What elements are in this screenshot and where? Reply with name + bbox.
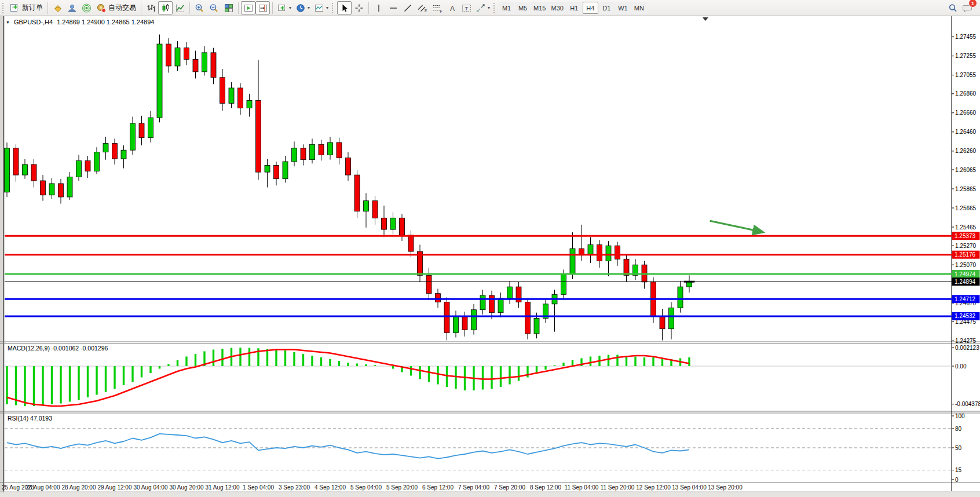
line-chart-icon bbox=[175, 3, 185, 13]
chart-collapse-icon[interactable]: ▼ bbox=[6, 20, 10, 24]
svg-text:A: A bbox=[450, 4, 455, 12]
time-label: 7 Sep 04:00 bbox=[458, 484, 489, 491]
candle-body bbox=[148, 118, 153, 138]
vertical-line-icon bbox=[375, 3, 383, 13]
auto-trading-label: 自动交易 bbox=[108, 3, 136, 13]
dropdown-caret-icon: ▾ bbox=[326, 5, 328, 10]
toolbar-separator bbox=[141, 2, 141, 14]
crosshair-button[interactable] bbox=[352, 1, 366, 14]
new-order-icon bbox=[10, 3, 20, 13]
axis-label: 1.26460 bbox=[955, 129, 977, 135]
equidistant-channel-button[interactable]: E bbox=[415, 1, 430, 14]
candle-body bbox=[436, 294, 441, 302]
candle-body bbox=[112, 144, 118, 159]
candle-body bbox=[597, 245, 602, 261]
time-label: 29 Aug 12:00 bbox=[98, 484, 132, 491]
zoom-out-button[interactable] bbox=[207, 1, 221, 14]
time-axis[interactable]: 25 Aug 202328 Aug 04:0028 Aug 20:0029 Au… bbox=[2, 484, 743, 491]
shapes-button[interactable]: ▾ bbox=[474, 1, 492, 14]
candle-body bbox=[5, 148, 10, 192]
tile-windows-button[interactable] bbox=[221, 1, 236, 14]
toolbar-grip[interactable] bbox=[493, 3, 496, 13]
community-button[interactable] bbox=[65, 1, 79, 14]
notifications-button[interactable]: 1 bbox=[960, 1, 975, 14]
candle-body bbox=[13, 148, 19, 175]
signals-button[interactable] bbox=[79, 1, 94, 14]
timeframe-W1[interactable]: W1 bbox=[615, 2, 631, 14]
candle-body bbox=[624, 259, 629, 275]
periods-button[interactable]: ▾ bbox=[294, 1, 312, 14]
candle-body bbox=[76, 160, 82, 177]
candle-body bbox=[220, 78, 225, 104]
candle-body bbox=[121, 150, 126, 159]
signals-icon bbox=[82, 3, 92, 13]
arrows-shapes-icon bbox=[476, 3, 485, 13]
time-label: 1 Sep 04:00 bbox=[243, 484, 274, 491]
candle-body bbox=[23, 165, 28, 175]
time-label: 8 Sep 12:00 bbox=[530, 484, 561, 491]
timeframe-MN[interactable]: MN bbox=[631, 2, 647, 14]
new-order-button[interactable]: 新订单 bbox=[8, 1, 45, 14]
candle-body bbox=[49, 184, 54, 195]
text-a-icon: A bbox=[448, 3, 456, 13]
timeframe-M30[interactable]: M30 bbox=[548, 2, 565, 14]
candle-body bbox=[292, 148, 297, 162]
candle-body bbox=[615, 246, 620, 259]
toolbar-separator bbox=[272, 2, 273, 14]
timeframe-M1[interactable]: M1 bbox=[499, 2, 514, 14]
horizontal-line-button[interactable] bbox=[386, 1, 400, 14]
axis-label: 0.00 bbox=[955, 363, 967, 370]
timeframe-H1[interactable]: H1 bbox=[566, 2, 582, 14]
candle-body bbox=[570, 248, 575, 275]
search-icon bbox=[948, 3, 958, 13]
text-label-button[interactable]: T bbox=[459, 1, 474, 14]
window-bottom-edge bbox=[0, 492, 980, 497]
bar-chart-button[interactable] bbox=[144, 1, 158, 14]
cursor-button[interactable] bbox=[337, 1, 352, 14]
chart-background bbox=[0, 16, 980, 497]
auto-scroll-button[interactable] bbox=[241, 1, 255, 14]
chart-header[interactable]: ▼ GBPUSD-,H4 1.24869 1.24900 1.24865 1.2… bbox=[6, 19, 154, 25]
auto-scroll-icon bbox=[244, 3, 253, 13]
channel-icon: E bbox=[417, 3, 427, 13]
candle-body bbox=[310, 144, 315, 159]
timeframe-M5[interactable]: M5 bbox=[515, 2, 531, 14]
text-button[interactable]: A bbox=[445, 1, 459, 14]
axis-label: 1.27055 bbox=[955, 72, 977, 78]
toolbar-separator bbox=[238, 2, 239, 14]
indicators-button[interactable]: ▾ bbox=[275, 1, 294, 14]
timeframe-M15[interactable]: M15 bbox=[531, 2, 548, 14]
candle-body bbox=[85, 160, 90, 171]
templates-button[interactable]: ▾ bbox=[312, 1, 331, 14]
trendline-button[interactable] bbox=[400, 1, 415, 14]
timeframe-D1[interactable]: D1 bbox=[599, 2, 615, 14]
toolbar-grip[interactable] bbox=[2, 3, 5, 13]
zoom-in-button[interactable] bbox=[192, 1, 207, 14]
candle-body bbox=[426, 275, 432, 293]
dropdown-caret-icon: ▾ bbox=[488, 5, 490, 10]
fibonacci-button[interactable]: F bbox=[430, 1, 445, 14]
toolbar-grip[interactable] bbox=[332, 3, 335, 13]
macd-label: MACD(12,26,9) -0.001062 -0.001296 bbox=[8, 345, 108, 352]
toolbar: 新订单 自动交易 ▾ ▾ ▾ E F A T ▾ M1M5M15M30H1H4D… bbox=[0, 0, 980, 16]
axis-label: 1.27255 bbox=[955, 53, 977, 59]
chart-canvas[interactable]: 1.274551.272551.270551.268601.266601.264… bbox=[0, 0, 980, 497]
chart-shift-button[interactable] bbox=[255, 1, 270, 14]
rsi-label: RSI(14) 47.0193 bbox=[8, 415, 52, 422]
timeframe-H4[interactable]: H4 bbox=[583, 2, 598, 14]
vertical-line-button[interactable] bbox=[371, 1, 386, 14]
candlestick-chart-button[interactable] bbox=[158, 1, 173, 14]
line-chart-button[interactable] bbox=[173, 1, 187, 14]
candle-body bbox=[256, 100, 261, 172]
candle-body bbox=[364, 201, 369, 211]
search-button[interactable] bbox=[946, 1, 960, 14]
auto-trading-button[interactable]: 自动交易 bbox=[94, 1, 138, 14]
candle-body bbox=[247, 100, 252, 108]
styles-button[interactable] bbox=[50, 1, 65, 14]
axis-label: 1.25665 bbox=[955, 205, 977, 211]
svg-text:F: F bbox=[440, 9, 443, 13]
chart-ohlc-values: 1.24869 1.24900 1.24865 1.24894 bbox=[57, 19, 154, 25]
candle-body bbox=[444, 302, 449, 333]
candle-body bbox=[462, 316, 467, 330]
crosshair-icon bbox=[354, 3, 364, 13]
